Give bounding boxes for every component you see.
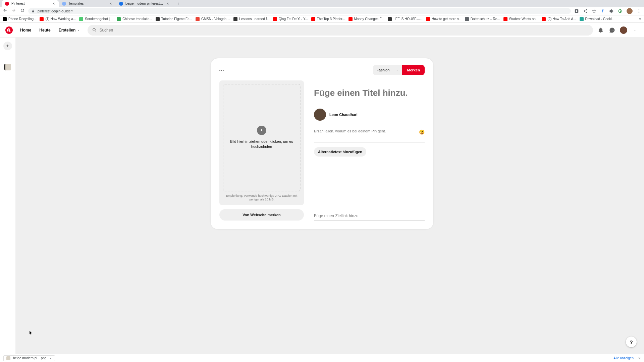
facebook-icon[interactable]: f <box>600 9 605 13</box>
user-avatar[interactable] <box>620 26 627 34</box>
header-icons <box>597 26 639 34</box>
author-row: Leon Chaudhari <box>314 109 425 121</box>
browser-tab-2[interactable]: Templates × <box>59 0 116 7</box>
tab-favicon <box>62 2 66 6</box>
bookmark-item[interactable]: Qing Fei De Yi - Y... <box>273 17 308 21</box>
bookmark-item[interactable]: Lessons Learned f... <box>233 17 270 21</box>
more-options-button[interactable] <box>219 70 224 71</box>
chevron-down-icon <box>395 68 399 72</box>
form-column: Leon Chaudhari 😃 Alternativtext hinzufüg… <box>314 80 425 221</box>
nav-today[interactable]: Heute <box>36 25 54 35</box>
bookmark-item[interactable]: Sonderangebot | ... <box>79 17 113 21</box>
star-icon[interactable] <box>592 9 596 13</box>
card-header: Fashion Merken <box>219 65 425 75</box>
bookmark-overflow[interactable]: » <box>639 17 641 21</box>
author-name: Leon Chaudhari <box>329 113 358 117</box>
bookmark-item[interactable]: GMSN - Vologda,... <box>196 17 230 21</box>
svg-point-1 <box>639 9 639 10</box>
tab-title: beige modern pinterest pin - F... <box>125 2 164 5</box>
bookmark-item[interactable]: Phone Recycling... <box>3 17 36 21</box>
author-avatar[interactable] <box>314 109 326 121</box>
close-icon[interactable]: × <box>638 356 641 361</box>
close-icon[interactable]: × <box>166 2 169 5</box>
nav-create[interactable]: Erstellen <box>55 25 84 35</box>
browser-right-icons: f <box>574 8 641 14</box>
board-selector[interactable]: Fashion <box>373 65 402 75</box>
chevron-down-icon <box>77 28 80 32</box>
chevron-up-icon <box>49 357 52 360</box>
profile-avatar[interactable] <box>627 8 633 14</box>
board-save-group: Fashion Merken <box>373 65 425 75</box>
download-filename: beige modern pi....png <box>13 356 47 360</box>
back-button[interactable] <box>3 8 7 14</box>
upload-column: Bild hierhin ziehen oder klicken, um es … <box>219 80 304 221</box>
pinterest-favicon <box>5 2 9 6</box>
download-item[interactable]: beige modern pi....png <box>3 355 55 361</box>
bookmark-item[interactable]: How to get more v... <box>426 17 462 21</box>
cursor-icon <box>30 330 33 335</box>
pin-draft-thumbnail[interactable] <box>4 64 11 70</box>
pinterest-header: Home Heute Erstellen <box>0 23 644 38</box>
new-pin-button[interactable] <box>3 42 12 50</box>
upload-icon <box>257 126 266 135</box>
pin-title-input[interactable] <box>314 86 425 101</box>
help-button[interactable]: ? <box>626 337 637 347</box>
extensions-icon[interactable] <box>609 9 614 13</box>
pin-description-input[interactable] <box>314 129 416 139</box>
bookmark-item[interactable]: (1) How Working a... <box>40 17 76 21</box>
bookmark-item[interactable]: Tutorial: Eigene Fa... <box>156 17 192 21</box>
browser-tab-3[interactable]: beige modern pinterest pin - F... × <box>116 0 173 7</box>
pinterest-nav: Home Heute Erstellen <box>17 25 84 35</box>
emoji-picker-button[interactable]: 😃 <box>419 129 425 135</box>
bookmark-item[interactable]: (2) How To Add A... <box>542 17 576 21</box>
upload-dropzone[interactable]: Bild hierhin ziehen oder klicken, um es … <box>219 80 304 205</box>
address-bar[interactable]: pinterest.de/pin-builder/ <box>28 8 571 14</box>
bookmark-item[interactable]: LEE 'S HOUSE—... <box>388 17 423 21</box>
add-alt-text-button[interactable]: Alternativtext hinzufügen <box>314 147 366 157</box>
nav-home[interactable]: Home <box>17 25 35 35</box>
new-tab-button[interactable]: + <box>175 0 181 7</box>
bookmark-item[interactable]: The Top 3 Platfor... <box>311 17 345 21</box>
svg-point-2 <box>639 11 639 11</box>
tab-title: Templates <box>68 2 107 5</box>
save-button[interactable]: Merken <box>402 65 425 75</box>
pin-builder-sidebar <box>0 38 16 354</box>
description-wrapper: 😃 <box>314 129 425 142</box>
save-from-web-button[interactable]: Von Webseite merken <box>219 209 304 221</box>
update-icon[interactable] <box>618 9 623 13</box>
forward-button[interactable] <box>11 8 16 14</box>
bookmark-item[interactable]: Money Changes E... <box>348 17 385 21</box>
close-icon[interactable]: × <box>109 2 112 5</box>
bookmark-item[interactable]: Datenschutz – Re... <box>465 17 500 21</box>
pinterest-logo[interactable] <box>5 26 13 34</box>
upload-text: Bild hierhin ziehen oder klicken, um es … <box>227 139 297 149</box>
upload-hint: Empfehlung: Verwende hochwertige JPG-Dat… <box>223 191 301 202</box>
reload-button[interactable] <box>20 8 25 14</box>
tab-favicon <box>119 2 123 6</box>
search-input[interactable] <box>99 28 588 33</box>
bookmark-item[interactable]: Chinese translatio... <box>117 17 152 21</box>
search-icon <box>92 28 97 32</box>
messages-icon[interactable] <box>608 26 616 34</box>
menu-icon[interactable] <box>637 9 641 13</box>
show-all-downloads[interactable]: Alle anzeigen <box>613 356 634 360</box>
bookmark-item[interactable]: Download - Cooki... <box>580 17 614 21</box>
account-menu-icon[interactable] <box>631 26 639 34</box>
lock-icon <box>32 9 35 13</box>
share-icon[interactable] <box>583 9 588 13</box>
pin-builder-card: Fashion Merken Bild hierhin ziehen oder … <box>211 58 433 229</box>
url-text: pinterest.de/pin-builder/ <box>38 9 73 13</box>
download-bar: beige modern pi....png Alle anzeigen × <box>0 354 644 362</box>
bookmark-bar: Phone Recycling... (1) How Working a... … <box>0 15 644 23</box>
bookmark-item[interactable]: Student Wants an... <box>503 17 538 21</box>
notifications-icon[interactable] <box>597 26 604 34</box>
svg-point-3 <box>639 12 639 13</box>
tab-title: Pinterest <box>11 2 50 5</box>
browser-toolbar: pinterest.de/pin-builder/ f <box>0 7 644 15</box>
close-icon[interactable]: × <box>52 2 55 5</box>
search-bar[interactable] <box>88 25 593 36</box>
destination-link-input[interactable] <box>314 212 425 221</box>
browser-tab-1[interactable]: Pinterest × <box>2 0 59 7</box>
install-icon[interactable] <box>574 9 579 13</box>
board-name: Fashion <box>376 68 389 72</box>
